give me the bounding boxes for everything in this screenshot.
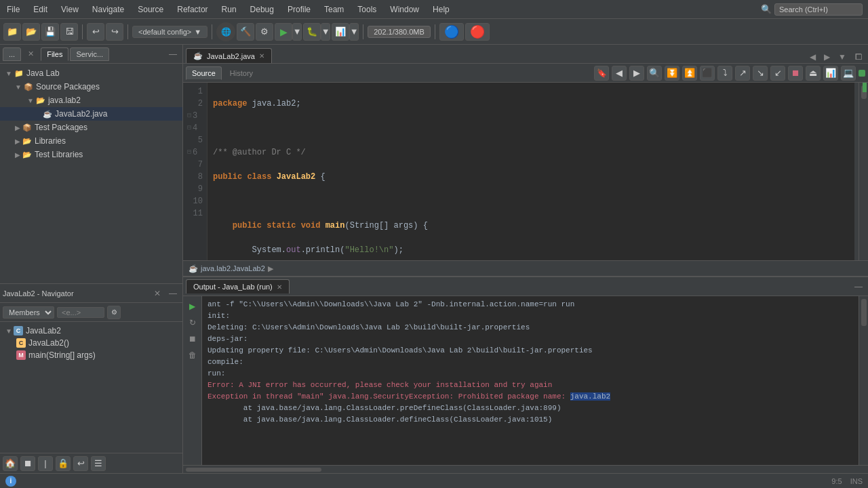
find-prev-btn[interactable]: ⏫ (682, 66, 697, 81)
stop-output-btn[interactable]: ⏹ (185, 331, 200, 346)
close-editor-tab-btn[interactable]: ✕ (259, 52, 264, 60)
run-btn[interactable]: ▶ (275, 23, 292, 41)
config-selector[interactable]: <default config> ▼ (132, 26, 208, 38)
output-hscrollbar-thumb[interactable] (186, 468, 321, 472)
toggle-breakpoint-btn[interactable]: ⬛ (700, 66, 715, 81)
new-project-btn[interactable]: 📁 (3, 23, 21, 41)
gutter-indicator[interactable] (859, 70, 865, 77)
next-bookmark-btn[interactable]: ▶ (629, 66, 644, 81)
nav-btn5[interactable]: ↩ (73, 456, 88, 471)
code-editor[interactable]: package java.lab2; /** @author Dr C */ p… (208, 83, 859, 260)
output-hscrollbar[interactable] (183, 465, 868, 473)
nav-item-main[interactable]: M main(String[] args) (0, 349, 182, 361)
profile-dropdown-btn[interactable]: ▼ (349, 23, 359, 41)
nav-item-javalab2-class[interactable]: ▼ C JavaLab2 (0, 325, 182, 337)
rerun-btn[interactable]: ↻ (185, 315, 200, 330)
tab-list-btn[interactable]: ▼ (835, 51, 849, 63)
tab-source[interactable]: Source (186, 66, 222, 80)
debug-btn[interactable]: 🐛 (303, 23, 321, 41)
editor-scrollbar[interactable] (859, 83, 868, 260)
editor-resize-handle[interactable] (854, 83, 859, 260)
stop-btn[interactable]: ⏹ (788, 66, 803, 81)
close-left-panel-btn[interactable]: ✕ (22, 47, 39, 60)
profiler-btn2[interactable]: 🔴 (465, 23, 490, 41)
nav-sort-btn[interactable]: ⚙ (107, 306, 121, 319)
menu-tools[interactable]: Tools (351, 2, 383, 17)
menu-file[interactable]: File (0, 2, 26, 17)
find-btn[interactable]: 🔍 (647, 66, 662, 81)
debug-dropdown-btn[interactable]: ▼ (321, 23, 330, 41)
nav-members-select[interactable]: Members (3, 306, 54, 319)
nav-btn4[interactable]: 🔒 (56, 456, 71, 471)
menu-debug[interactable]: Debug (243, 2, 281, 17)
menu-refactor[interactable]: Refactor (170, 2, 214, 17)
minimize-output-btn[interactable]: — (852, 281, 865, 293)
clean-build-btn[interactable]: ⚙ (256, 23, 273, 41)
menu-source[interactable]: Source (131, 2, 170, 17)
output-scrollbar[interactable] (859, 296, 868, 465)
nav-filter-input[interactable] (57, 307, 104, 318)
tree-libraries[interactable]: ▶ 📂 Libraries (0, 134, 182, 148)
menu-run[interactable]: Run (215, 2, 243, 17)
find-next-btn[interactable]: ⏬ (665, 66, 679, 81)
tab-history[interactable]: History (224, 67, 258, 79)
tree-java-lab2[interactable]: ▼ 📂 java.lab2 (0, 94, 182, 107)
save-btn[interactable]: 💾 (41, 23, 59, 41)
right-panel: ☕ JavaLab2.java ✕ ◀ ▶ ▼ ⧠ Source History… (183, 45, 868, 473)
run-output-btn[interactable]: ▶ (185, 299, 200, 314)
menu-view[interactable]: View (54, 2, 85, 17)
tab-ellipsis[interactable]: ... (3, 47, 21, 61)
output-text[interactable]: ant -f "C:\\Users\\Admin\\Downloads\\Jav… (202, 296, 859, 465)
profile-run-btn[interactable]: 📊 (332, 23, 349, 41)
editor-code-area[interactable]: 1 2 ⊟3 ⊟4 5 ⊟6 7 8 9 10 11 package java.… (183, 83, 859, 260)
close-output-tab-btn[interactable]: ✕ (277, 283, 282, 291)
editor-tab-javalab2[interactable]: ☕ JavaLab2.java ✕ (186, 48, 272, 63)
tab-services[interactable]: Servic... (70, 47, 109, 61)
close-output-btn[interactable]: 🗑 (185, 348, 200, 363)
build-btn[interactable]: 🔨 (237, 23, 254, 41)
menu-navigate[interactable]: Navigate (85, 2, 131, 17)
output-scrollbar-thumb[interactable] (861, 299, 867, 326)
minimize-left-btn[interactable]: — (166, 48, 180, 60)
menu-help[interactable]: Help (426, 2, 456, 17)
menu-edit[interactable]: Edit (26, 2, 54, 17)
tab-files[interactable]: Files (41, 47, 68, 61)
menu-window[interactable]: Window (383, 2, 426, 17)
output-tab[interactable]: Output - Java_Lab (run) ✕ (186, 279, 290, 293)
tree-source-packages[interactable]: ▼ 📦 Source Packages (0, 80, 182, 94)
deactivate-btn[interactable]: ⏏ (806, 66, 821, 81)
nav-btn6[interactable]: ☰ (91, 456, 106, 471)
breadcrumb-path[interactable]: java.lab2.JavaLab2 (201, 264, 265, 272)
open-project-btn[interactable]: 📂 (22, 23, 40, 41)
search-input[interactable] (774, 3, 863, 16)
cpu-btn[interactable]: 💻 (841, 66, 856, 81)
tree-test-libraries[interactable]: ▶ 📂 Test Libraries (0, 148, 182, 161)
run-dropdown-btn[interactable]: ▼ (292, 23, 302, 41)
toggle-bookmark-btn[interactable]: 🔖 (594, 66, 609, 81)
step-into-btn[interactable]: ↘ (753, 66, 768, 81)
tree-test-packages[interactable]: ▶ 📦 Test Packages (0, 121, 182, 134)
prev-bookmark-btn[interactable]: ◀ (612, 66, 627, 81)
tree-java-lab[interactable]: ▼ 📁 Java Lab (0, 66, 182, 80)
step-out-btn[interactable]: ↙ (770, 66, 785, 81)
menu-profile[interactable]: Profile (281, 2, 317, 17)
close-navigator-btn[interactable]: ✕ (151, 287, 163, 300)
step-over-btn[interactable]: ↗ (735, 66, 750, 81)
undo-btn[interactable]: ↩ (87, 23, 104, 41)
nav-btn2[interactable]: ⏹ (20, 456, 35, 471)
scroll-left-btn[interactable]: ◀ (807, 51, 818, 63)
save-all-btn[interactable]: 🖫 (60, 23, 78, 41)
globe-btn[interactable]: 🌐 (216, 22, 235, 41)
menu-team[interactable]: Team (317, 2, 351, 17)
nav-item-constructor[interactable]: C JavaLab2() (0, 337, 182, 349)
memory-btn[interactable]: 📊 (823, 66, 838, 81)
minimize-navigator-btn[interactable]: — (166, 287, 180, 300)
redo-btn[interactable]: ↪ (106, 23, 123, 41)
scroll-right-btn[interactable]: ▶ (821, 51, 833, 63)
tree-javalab2-java[interactable]: ☕ JavaLab2.java (0, 107, 182, 121)
run-to-cursor-btn[interactable]: ⤵ (717, 66, 732, 81)
profiler-btn1[interactable]: 🔵 (439, 23, 464, 41)
maximize-editor-btn[interactable]: ⧠ (852, 51, 865, 63)
nav-btn3[interactable]: | (38, 456, 53, 471)
nav-btn1[interactable]: 🏠 (3, 456, 18, 471)
